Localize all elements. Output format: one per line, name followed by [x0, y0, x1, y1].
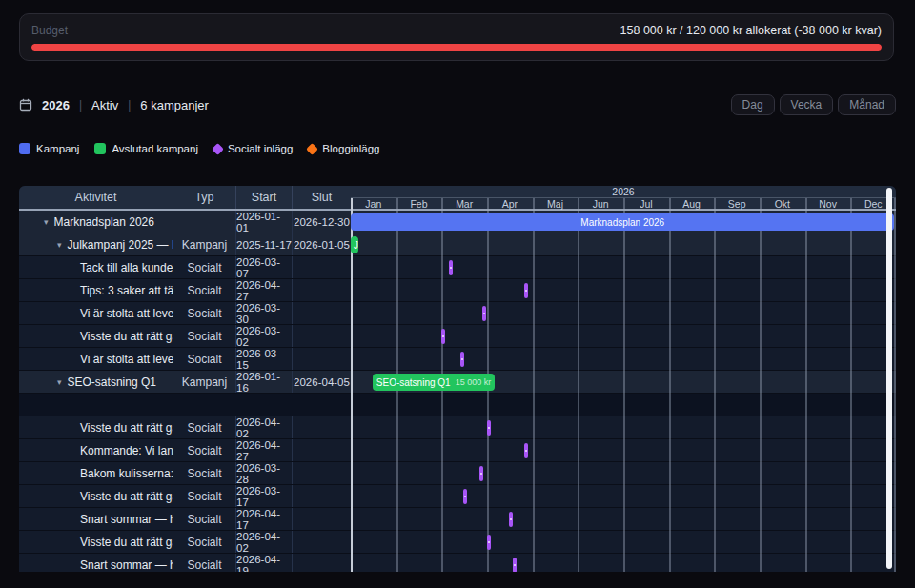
- timeline-cell: [351, 256, 896, 278]
- table-row[interactable]: Visste du att rätt gardiner…Socialt2026-…: [19, 325, 896, 348]
- activity-name: Vi är stolta att leverera g…: [80, 307, 173, 320]
- budget-header: Budget 158 000 kr / 120 000 kr allokerat…: [31, 22, 882, 39]
- cell-typ: Socialt: [173, 325, 236, 347]
- cell-typ: [173, 211, 236, 233]
- social-post-marker[interactable]: [524, 443, 528, 458]
- cell-aktivitet: Visste du att rätt gardiner…: [19, 325, 173, 347]
- cell-start: 2026-03-02: [236, 325, 293, 347]
- gantt-bar-budget-label: 15 000 kr: [456, 377, 492, 387]
- table-row[interactable]: Visste du att rätt gardiner…Socialt2026-…: [19, 485, 896, 508]
- table-row[interactable]: Vi är stolta att leverera g…Socialt2026-…: [19, 348, 896, 371]
- cell-start: 2025-11-17: [236, 233, 293, 255]
- timeline-header: 2026 JanFebMarAprMajJunJulAugSepOktNovDe…: [351, 186, 896, 209]
- table-row[interactable]: Snart sommar — har ni u…Socialt2026-04-1…: [19, 554, 896, 572]
- column-header-aktivitet: Aktivitet: [19, 186, 173, 209]
- cell-aktivitet: Visste du att rätt gardiner…: [19, 416, 173, 438]
- social-post-marker[interactable]: [441, 329, 445, 344]
- expand-caret-icon[interactable]: ▾: [57, 377, 62, 387]
- gantt-bar-label: Marknadsplan 2026: [580, 217, 664, 228]
- activity-name: Marknadsplan 2026: [54, 215, 154, 229]
- gantt-bar[interactable]: Julkampanj 2025 — Hotells…: [351, 236, 358, 253]
- table-row[interactable]: Vi är stolta att leverera g…Socialt2026-…: [19, 302, 896, 325]
- legend-diamond-swatch: [306, 143, 318, 155]
- view-button-vecka[interactable]: Vecka: [780, 94, 834, 115]
- social-post-marker[interactable]: [513, 558, 517, 572]
- table-row[interactable]: ▾Marknadsplan 20262026-01-012026-12-30Ma…: [19, 211, 896, 233]
- timeline-cell: [351, 439, 896, 461]
- cell-slut: [293, 462, 351, 484]
- cell-typ: Socialt: [173, 485, 236, 507]
- cell-slut: 2026-04-05: [293, 371, 351, 393]
- expand-caret-icon[interactable]: ▾: [57, 240, 62, 250]
- cell-slut: [293, 279, 351, 301]
- timeline-cell: [351, 485, 896, 507]
- table-row[interactable]: Tack till alla kunder som …Socialt2026-0…: [19, 256, 896, 279]
- timeline-cell: SEO-satsning Q115 000 kr: [351, 371, 896, 393]
- cell-aktivitet: Tack till alla kunder som …: [19, 256, 173, 278]
- view-button-dag[interactable]: Dag: [731, 94, 775, 115]
- timeline-month-label: Maj: [533, 198, 579, 210]
- table-row[interactable]: Kommande: Vi lanserar e…Socialt2026-04-2…: [19, 439, 896, 462]
- table-row[interactable]: ▾SEO-satsning Q1Kampanj2026-01-162026-04…: [19, 371, 896, 394]
- timeline-cell: [351, 325, 896, 347]
- social-post-marker[interactable]: [487, 420, 491, 436]
- timeline-month-label: Jan: [351, 198, 396, 210]
- activity-name: Visste du att rätt gardiner…: [80, 421, 173, 435]
- social-post-marker[interactable]: [449, 260, 453, 275]
- activity-name: Visste du att rätt gardiner…: [80, 330, 173, 343]
- cell-start: 2026-04-17: [236, 508, 293, 530]
- cell-aktivitet: Visste du att rätt gardiner…: [19, 485, 173, 507]
- gantt-bar-label: SEO-satsning Q1: [376, 377, 451, 388]
- view-button-månad[interactable]: Månad: [838, 94, 896, 115]
- cell-aktivitet: Vi är stolta att leverera g…: [19, 302, 173, 324]
- cell-slut: [293, 439, 351, 461]
- social-post-marker[interactable]: [463, 489, 467, 504]
- social-post-marker[interactable]: [479, 466, 483, 481]
- table-row[interactable]: Visste du att rätt gardiner…Socialt2026-…: [19, 416, 896, 439]
- vertical-scrollbar-thumb[interactable]: [886, 188, 892, 569]
- activity-name: Snart sommar — har ni u…: [80, 513, 173, 526]
- activity-name: SEO-satsning Q1: [68, 375, 156, 389]
- column-header-start: Start: [236, 186, 293, 209]
- toolbar-year: 2026: [42, 98, 70, 112]
- cell-typ: Socialt: [173, 302, 236, 324]
- social-post-marker[interactable]: [524, 283, 528, 298]
- cell-typ: Socialt: [173, 348, 236, 370]
- cell-slut: [293, 325, 351, 347]
- gantt-bar[interactable]: Marknadsplan 2026: [351, 213, 894, 231]
- activity-name: Visste du att rätt gardiner…: [80, 490, 173, 503]
- timeline-cell: [351, 348, 896, 370]
- calendar-icon: [19, 98, 32, 112]
- cell-start: 2026-03-17: [236, 485, 293, 507]
- cell-start: 2026-04-27: [236, 279, 293, 301]
- gantt-bar-label: Julkampanj 2025 — Hotells…: [354, 240, 358, 251]
- social-post-marker[interactable]: [482, 306, 486, 321]
- table-row[interactable]: Tips: 3 saker att tänka på…Socialt2026-0…: [19, 279, 896, 302]
- cell-slut: [293, 531, 351, 553]
- cell-slut: [293, 554, 351, 572]
- table-row[interactable]: ▾Julkampanj 2025 — Hotells…Kampanj2025-1…: [19, 233, 896, 256]
- page: Budget 158 000 kr / 120 000 kr allokerat…: [0, 0, 915, 588]
- activity-name: Vi är stolta att leverera g…: [80, 353, 173, 366]
- toolbar-campaign-count: 6 kampanjer: [140, 98, 209, 112]
- timeline-months: JanFebMarAprMajJunJulAugSepOktNovDec: [351, 197, 896, 210]
- legend-diamond-swatch: [212, 143, 224, 155]
- timeline-month-label: Nov: [805, 198, 851, 210]
- social-post-marker[interactable]: [487, 535, 491, 550]
- table-row[interactable]: Visste du att rätt gardiner…Socialt2026-…: [19, 531, 896, 554]
- social-post-marker[interactable]: [460, 352, 464, 367]
- legend-square-swatch: [94, 143, 106, 154]
- expand-caret-icon[interactable]: ▾: [44, 217, 49, 227]
- cell-start: 2026-04-02: [236, 416, 293, 438]
- toolbar-separator: |: [128, 98, 131, 112]
- table-row[interactable]: Bakom kulisserna: Så här…Socialt2026-03-…: [19, 462, 896, 485]
- timeline-cell: [351, 554, 896, 572]
- table-row[interactable]: Snart sommar — har ni u…Socialt2026-04-1…: [19, 508, 896, 531]
- gantt-bar[interactable]: SEO-satsning Q115 000 kr: [373, 374, 495, 391]
- cell-typ: Kampanj: [173, 233, 236, 255]
- cell-slut: [293, 485, 351, 507]
- toolbar: 2026 | Aktiv | 6 kampanjer DagVeckaMånad: [19, 93, 896, 116]
- budget-progress-track: [31, 44, 882, 51]
- cell-start: 2026-03-28: [236, 462, 293, 484]
- social-post-marker[interactable]: [509, 512, 513, 527]
